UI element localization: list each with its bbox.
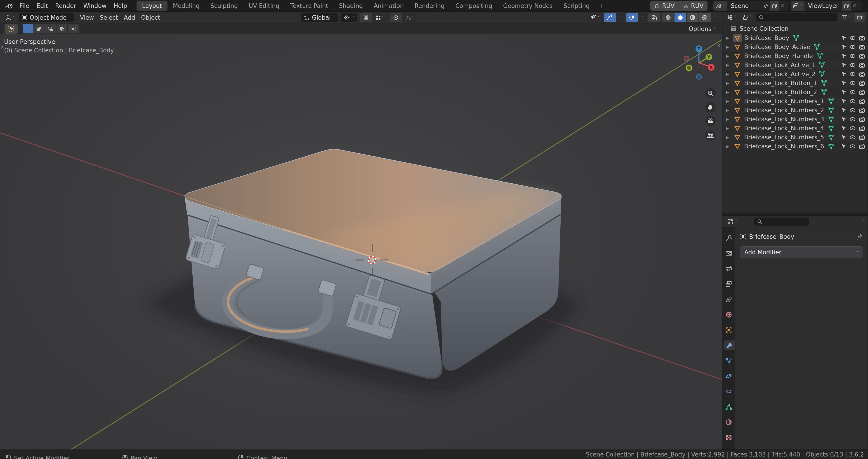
hide-render-icon[interactable] xyxy=(859,98,865,104)
object-name[interactable]: Briefcase_Lock_Active_2 xyxy=(744,71,815,77)
gizmos-toggle[interactable] xyxy=(604,13,616,22)
expand-arrow-icon[interactable]: ▶ xyxy=(726,99,733,103)
gizmos-dropdown[interactable]: ˅ xyxy=(616,13,624,22)
hide-render-icon[interactable] xyxy=(859,90,865,95)
menu-edit[interactable]: Edit xyxy=(33,2,52,10)
menu-render[interactable]: Render xyxy=(52,2,80,10)
selectable-icon[interactable] xyxy=(841,44,846,50)
select-mode-set[interactable] xyxy=(23,24,33,33)
selectability-visibility-dropdown[interactable]: ˅ xyxy=(587,13,602,22)
workspace-tab-rendering[interactable]: Rendering xyxy=(409,1,450,11)
scene-name[interactable]: Scene xyxy=(727,2,761,9)
object-name[interactable]: Briefcase_Lock_Numbers_5 xyxy=(744,134,824,141)
hide-viewport-icon[interactable] xyxy=(849,80,856,86)
outliner-object-row[interactable]: ▶Briefcase_Body_Handle xyxy=(722,52,868,61)
properties-tab-physics[interactable] xyxy=(722,371,735,381)
properties-options-dropdown[interactable]: ˅ xyxy=(863,219,865,224)
workspace-tab-geometry-nodes[interactable]: Geometry Nodes xyxy=(498,1,558,11)
hide-render-icon[interactable] xyxy=(859,44,865,50)
panel-splitter[interactable] xyxy=(722,213,868,216)
expand-arrow-icon[interactable]: ▶ xyxy=(726,108,733,112)
outliner-object-row[interactable]: ▶Briefcase_Lock_Active_2 xyxy=(722,70,868,78)
shading-material-button[interactable] xyxy=(687,13,699,22)
new-scene-button[interactable] xyxy=(770,1,779,11)
xray-toggle[interactable] xyxy=(648,13,660,22)
object-name[interactable]: Briefcase_Lock_Button_2 xyxy=(744,89,817,96)
selectable-icon[interactable] xyxy=(841,80,846,86)
hide-render-icon[interactable] xyxy=(859,144,865,149)
viewport-menu-add[interactable]: Add xyxy=(122,13,137,22)
object-name[interactable]: Briefcase_Lock_Numbers_3 xyxy=(744,116,824,123)
hide-render-icon[interactable] xyxy=(859,53,865,59)
workspace-tab-texture-paint[interactable]: Texture Paint xyxy=(285,1,334,11)
properties-tab-constraints[interactable] xyxy=(722,387,735,396)
selectable-icon[interactable] xyxy=(841,53,846,59)
hide-render-icon[interactable] xyxy=(859,71,865,77)
object-name[interactable]: Briefcase_Body xyxy=(744,35,789,41)
ruv-export-button[interactable]: RUV xyxy=(650,1,679,11)
new-viewlayer-button[interactable] xyxy=(842,1,851,11)
selectable-icon[interactable] xyxy=(841,35,846,41)
menu-file[interactable]: File xyxy=(16,2,33,10)
select-mode-subtract[interactable] xyxy=(45,24,56,33)
select-mode-intersect[interactable] xyxy=(68,24,79,33)
proportional-falloff-dropdown[interactable]: ˅ xyxy=(402,13,416,22)
viewport-menu-view[interactable]: View xyxy=(78,13,96,22)
outliner-object-row[interactable]: ▶Briefcase_Body xyxy=(722,33,868,42)
hide-render-icon[interactable] xyxy=(859,117,865,122)
workspace-tab-uv-editing[interactable]: UV Editing xyxy=(243,1,285,11)
3d-viewport[interactable]: User Perspective (0) Scene Collection | … xyxy=(0,34,722,450)
outliner-object-row[interactable]: ▶Briefcase_Lock_Numbers_6 xyxy=(722,142,868,151)
overlays-toggle[interactable] xyxy=(626,13,638,22)
object-name[interactable]: Briefcase_Lock_Numbers_2 xyxy=(744,107,824,113)
workspace-tab-layout[interactable]: Layout xyxy=(136,1,167,11)
object-name[interactable]: Briefcase_Lock_Button_1 xyxy=(744,80,817,87)
new-collection-button[interactable] xyxy=(855,13,865,22)
overlays-dropdown[interactable]: ˅ xyxy=(638,13,646,22)
viewport-menu-select[interactable]: Select xyxy=(98,13,120,22)
hide-viewport-icon[interactable] xyxy=(849,63,856,68)
expand-arrow-icon[interactable]: ▶ xyxy=(726,36,733,40)
properties-tab-tool[interactable] xyxy=(722,233,735,243)
outliner-object-row[interactable]: ▶Briefcase_Lock_Numbers_5 xyxy=(722,133,868,142)
object-name[interactable]: Briefcase_Lock_Numbers_4 xyxy=(744,125,824,132)
selectable-icon[interactable] xyxy=(841,107,846,113)
expand-arrow-icon[interactable]: ▶ xyxy=(726,45,733,49)
properties-search-input[interactable] xyxy=(764,218,806,225)
outliner-object-row[interactable]: ▶Briefcase_Body_Active xyxy=(722,42,868,52)
selectable-icon[interactable] xyxy=(841,71,846,77)
outliner-object-row[interactable]: ▶Briefcase_Lock_Active_1 xyxy=(722,61,868,70)
expand-arrow-icon[interactable]: ▶ xyxy=(726,126,733,131)
proportional-editing-toggle[interactable] xyxy=(390,13,402,22)
hide-viewport-icon[interactable] xyxy=(849,117,856,122)
object-name[interactable]: Briefcase_Lock_Numbers_1 xyxy=(744,98,824,105)
active-tool-select-box[interactable] xyxy=(4,24,18,34)
properties-tab-scene[interactable] xyxy=(722,294,735,304)
hide-viewport-icon[interactable] xyxy=(849,144,856,149)
selectable-icon[interactable] xyxy=(841,143,846,149)
expand-arrow-icon[interactable]: ▶ xyxy=(726,72,733,76)
workspace-tab-compositing[interactable]: Compositing xyxy=(450,1,498,11)
filter-dropdown[interactable]: ˅ xyxy=(839,13,852,22)
selectable-icon[interactable] xyxy=(841,89,846,95)
properties-tab-view-layer[interactable] xyxy=(722,279,735,289)
properties-tab-world[interactable] xyxy=(722,310,735,320)
workspace-tab-shading[interactable]: Shading xyxy=(334,1,368,11)
shading-rendered-button[interactable] xyxy=(699,13,711,22)
expand-arrow-icon[interactable]: ▶ xyxy=(726,144,733,149)
properties-tab-texture[interactable] xyxy=(722,433,735,442)
transform-orientation-dropdown[interactable]: Global ˅ xyxy=(301,13,338,22)
expand-arrow-icon[interactable]: ▶ xyxy=(726,117,733,122)
add-workspace-button[interactable]: + xyxy=(595,2,607,10)
workspace-tab-sculpting[interactable]: Sculpting xyxy=(205,1,243,11)
hide-render-icon[interactable] xyxy=(859,126,865,131)
pin-id-icon[interactable] xyxy=(857,234,863,240)
properties-tab-render[interactable] xyxy=(722,248,735,258)
properties-editor-type-button[interactable]: ˅ xyxy=(725,217,739,226)
properties-search[interactable] xyxy=(754,218,809,226)
hide-render-icon[interactable] xyxy=(859,107,865,113)
ruv-import-button[interactable]: RUV xyxy=(679,1,708,11)
navigation-gizmo[interactable]: Z Y X xyxy=(680,43,718,82)
add-modifier-button[interactable]: Add Modifier ˅ xyxy=(740,247,863,258)
outliner-search[interactable] xyxy=(756,13,837,22)
